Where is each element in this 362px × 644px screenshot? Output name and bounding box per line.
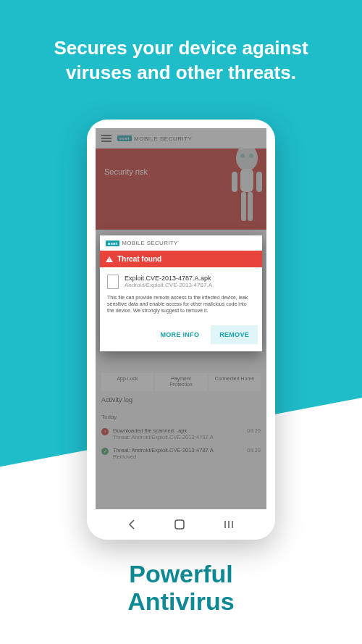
threat-header: Threat found: [100, 251, 262, 267]
back-button[interactable]: [127, 519, 136, 530]
modal-brand: eset MOBILE SECURITY: [100, 235, 262, 251]
modal-actions: MORE INFO REMOVE: [100, 321, 262, 351]
threat-header-text: Threat found: [117, 255, 161, 263]
threat-file-row: Exploit.CVE-2013-4787.A.apk Android/Expl…: [100, 267, 262, 293]
tagline-line1: Powerful: [0, 561, 362, 587]
brand-text: MOBILE SECURITY: [122, 240, 177, 246]
threat-name: Android/Exploit.CVE-2013-4787.A: [125, 282, 212, 288]
remove-button[interactable]: REMOVE: [211, 325, 258, 344]
document-icon: [107, 275, 119, 289]
chevron-left-icon: [127, 519, 136, 530]
square-icon: [174, 519, 185, 530]
warning-icon: [106, 256, 113, 262]
bars-icon: [223, 519, 235, 530]
file-name: Exploit.CVE-2013-4787.A.apk: [125, 275, 212, 282]
phone-mockup: eset MOBILE SECURITY Security risk App L…: [87, 120, 275, 540]
brand-logo: eset: [106, 241, 119, 246]
android-nav-bar: [87, 509, 275, 540]
threat-names: Exploit.CVE-2013-4787.A.apk Android/Expl…: [125, 275, 212, 289]
home-button[interactable]: [174, 519, 185, 530]
promo-headline: Secures your device against viruses and …: [0, 0, 362, 85]
threat-description: This file can provide remote access to t…: [100, 293, 262, 321]
threat-modal: eset MOBILE SECURITY Threat found Exploi…: [100, 235, 262, 351]
svg-rect-8: [175, 520, 184, 529]
recents-button[interactable]: [223, 519, 235, 530]
more-info-button[interactable]: MORE INFO: [151, 325, 208, 344]
tagline-line2: Antivirus: [0, 588, 362, 615]
phone-screen: eset MOBILE SECURITY Security risk App L…: [96, 128, 266, 509]
promo-tagline: Powerful Antivirus: [0, 561, 362, 615]
